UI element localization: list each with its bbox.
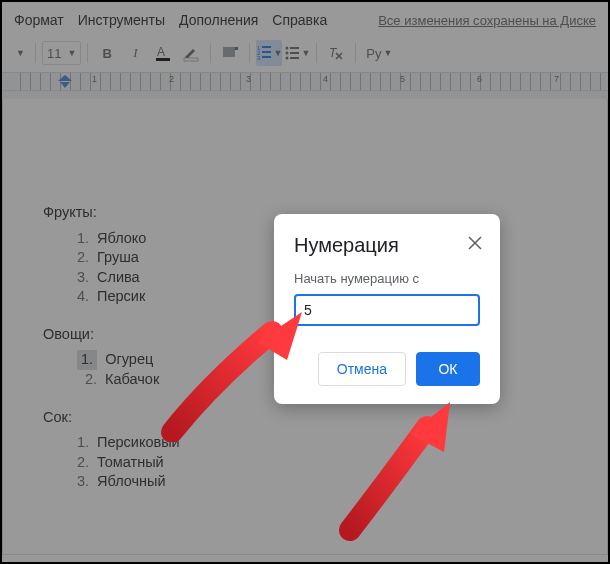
clear-formatting-icon: T: [327, 44, 345, 62]
svg-rect-1: [156, 58, 170, 61]
numbered-list: Персиковый Томатный Яблочный: [43, 433, 567, 492]
bulleted-list-icon: [284, 44, 299, 62]
svg-rect-8: [262, 51, 271, 53]
start-at-label: Начать нумерацию с: [294, 271, 480, 286]
menu-addons[interactable]: Дополнения: [179, 12, 258, 28]
cancel-button[interactable]: Отмена: [318, 352, 406, 386]
list-item: Яблочный: [93, 472, 567, 492]
svg-rect-14: [290, 52, 299, 54]
clear-formatting-button[interactable]: T: [323, 40, 349, 66]
list-item: Персиковый: [93, 433, 567, 453]
text-color-button[interactable]: A: [150, 40, 176, 66]
start-at-input[interactable]: [294, 294, 480, 326]
svg-rect-6: [262, 46, 271, 48]
dialog-title: Нумерация: [294, 234, 480, 257]
list-item: Томатный: [93, 453, 567, 473]
svg-rect-4: [235, 47, 238, 50]
svg-point-11: [286, 47, 289, 50]
svg-point-13: [286, 52, 289, 55]
input-tools-button[interactable]: Ру▼: [362, 40, 396, 66]
close-icon: [468, 236, 482, 250]
font-size-value: 11: [47, 46, 61, 61]
list-number-highlight: 1.: [77, 350, 97, 370]
bold-button[interactable]: B: [94, 40, 120, 66]
ruler-labels: 1234567: [20, 74, 559, 84]
toolbar: ▼ 11 ▼ B I A 1 2 3 ▼: [2, 36, 608, 73]
svg-rect-3: [223, 47, 235, 57]
menu-tools[interactable]: Инструменты: [78, 12, 165, 28]
ruler[interactable]: 1234567: [2, 73, 608, 91]
image-icon: [221, 44, 239, 62]
menu-format[interactable]: Формат: [14, 12, 64, 28]
ok-button[interactable]: ОК: [416, 352, 480, 386]
input-tools-label: Ру: [366, 46, 381, 61]
numbered-list-button[interactable]: 1 2 3 ▼: [256, 40, 282, 66]
highlight-button[interactable]: [178, 40, 204, 66]
svg-text:3: 3: [257, 55, 261, 61]
paragraph-style-dropdown[interactable]: ▼: [10, 41, 29, 65]
chevron-down-icon: ▼: [67, 48, 76, 58]
section-heading: Сок:: [43, 408, 567, 428]
highlight-icon: [182, 44, 200, 62]
italic-button[interactable]: I: [122, 40, 148, 66]
text-color-icon: A: [154, 44, 172, 62]
close-button[interactable]: [464, 232, 486, 254]
font-size-input[interactable]: 11 ▼: [42, 41, 81, 65]
insert-image-button[interactable]: [217, 40, 243, 66]
numbering-dialog: Нумерация Начать нумерацию с Отмена ОК: [274, 214, 500, 404]
menu-bar: Формат Инструменты Дополнения Справка Вс…: [2, 2, 608, 36]
svg-rect-16: [290, 57, 299, 59]
bulleted-list-button[interactable]: ▼: [284, 40, 310, 66]
svg-rect-10: [262, 56, 271, 58]
svg-rect-12: [290, 47, 299, 49]
numbered-list-icon: 1 2 3: [256, 44, 271, 62]
save-status[interactable]: Все изменения сохранены на Диске: [378, 13, 596, 28]
menu-help[interactable]: Справка: [272, 12, 327, 28]
svg-rect-2: [184, 58, 198, 61]
svg-text:A: A: [157, 45, 165, 59]
svg-point-15: [286, 57, 289, 60]
